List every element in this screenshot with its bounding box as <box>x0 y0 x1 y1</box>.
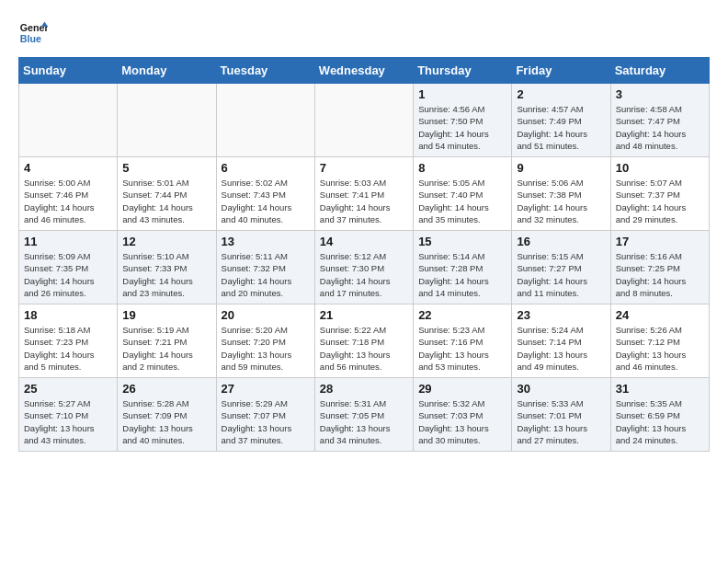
day-info: Sunrise: 4:57 AM Sunset: 7:49 PM Dayligh… <box>517 103 605 152</box>
day-number: 11 <box>24 235 112 248</box>
day-number: 31 <box>616 382 704 396</box>
calendar-cell: 10Sunrise: 5:07 AM Sunset: 7:37 PM Dayli… <box>610 157 709 231</box>
day-info: Sunrise: 5:12 AM Sunset: 7:30 PM Dayligh… <box>320 250 408 299</box>
day-info: Sunrise: 5:09 AM Sunset: 7:35 PM Dayligh… <box>24 250 112 299</box>
day-info: Sunrise: 5:27 AM Sunset: 7:10 PM Dayligh… <box>24 397 112 446</box>
calendar-cell: 23Sunrise: 5:24 AM Sunset: 7:14 PM Dayli… <box>512 304 610 378</box>
calendar-cell: 4Sunrise: 5:00 AM Sunset: 7:46 PM Daylig… <box>19 157 118 231</box>
calendar-cell: 14Sunrise: 5:12 AM Sunset: 7:30 PM Dayli… <box>314 231 413 304</box>
day-info: Sunrise: 4:58 AM Sunset: 7:47 PM Dayligh… <box>616 103 704 152</box>
day-number: 4 <box>24 161 112 175</box>
week-row-5: 25Sunrise: 5:27 AM Sunset: 7:10 PM Dayli… <box>19 378 710 452</box>
calendar-cell: 7Sunrise: 5:03 AM Sunset: 7:41 PM Daylig… <box>314 157 413 231</box>
calendar-cell: 8Sunrise: 5:05 AM Sunset: 7:40 PM Daylig… <box>414 157 512 231</box>
day-info: Sunrise: 5:33 AM Sunset: 7:01 PM Dayligh… <box>517 397 605 446</box>
day-info: Sunrise: 5:01 AM Sunset: 7:44 PM Dayligh… <box>122 177 210 225</box>
calendar-cell: 16Sunrise: 5:15 AM Sunset: 7:27 PM Dayli… <box>512 231 610 304</box>
day-number: 2 <box>517 87 605 101</box>
calendar-cell: 25Sunrise: 5:27 AM Sunset: 7:10 PM Dayli… <box>19 378 118 452</box>
day-number: 7 <box>320 161 408 175</box>
day-info: Sunrise: 5:22 AM Sunset: 7:18 PM Dayligh… <box>320 324 408 373</box>
calendar-cell: 24Sunrise: 5:26 AM Sunset: 7:12 PM Dayli… <box>610 304 709 378</box>
week-row-1: 1Sunrise: 4:56 AM Sunset: 7:50 PM Daylig… <box>19 84 710 157</box>
day-number: 25 <box>24 382 112 396</box>
calendar-cell: 17Sunrise: 5:16 AM Sunset: 7:25 PM Dayli… <box>610 231 709 304</box>
header-row: SundayMondayTuesdayWednesdayThursdayFrid… <box>19 58 710 84</box>
day-info: Sunrise: 5:31 AM Sunset: 7:05 PM Dayligh… <box>320 397 408 446</box>
weekday-header-friday: Friday <box>512 58 610 84</box>
day-info: Sunrise: 5:15 AM Sunset: 7:27 PM Dayligh… <box>517 250 605 299</box>
day-number: 23 <box>517 308 605 322</box>
calendar-cell: 18Sunrise: 5:18 AM Sunset: 7:23 PM Dayli… <box>19 304 118 378</box>
calendar-cell: 29Sunrise: 5:32 AM Sunset: 7:03 PM Dayli… <box>414 378 512 452</box>
calendar-cell: 22Sunrise: 5:23 AM Sunset: 7:16 PM Dayli… <box>414 304 512 378</box>
day-number: 27 <box>222 382 310 396</box>
weekday-header-tuesday: Tuesday <box>216 58 314 84</box>
day-info: Sunrise: 5:24 AM Sunset: 7:14 PM Dayligh… <box>517 324 605 373</box>
weekday-header-sunday: Sunday <box>19 58 118 84</box>
calendar-cell: 2Sunrise: 4:57 AM Sunset: 7:49 PM Daylig… <box>512 84 610 157</box>
svg-text:Blue: Blue <box>20 33 41 44</box>
day-info: Sunrise: 4:56 AM Sunset: 7:50 PM Dayligh… <box>418 103 506 152</box>
day-number: 22 <box>418 308 506 322</box>
day-info: Sunrise: 5:32 AM Sunset: 7:03 PM Dayligh… <box>418 397 506 446</box>
calendar-cell: 9Sunrise: 5:06 AM Sunset: 7:38 PM Daylig… <box>512 157 610 231</box>
day-number: 14 <box>320 235 408 248</box>
calendar-cell: 15Sunrise: 5:14 AM Sunset: 7:28 PM Dayli… <box>414 231 512 304</box>
calendar-cell: 5Sunrise: 5:01 AM Sunset: 7:44 PM Daylig… <box>118 157 216 231</box>
day-number: 9 <box>517 161 605 175</box>
day-number: 30 <box>517 382 605 396</box>
calendar-cell: 20Sunrise: 5:20 AM Sunset: 7:20 PM Dayli… <box>216 304 314 378</box>
calendar-cell: 31Sunrise: 5:35 AM Sunset: 6:59 PM Dayli… <box>610 378 709 452</box>
day-info: Sunrise: 5:18 AM Sunset: 7:23 PM Dayligh… <box>24 324 112 373</box>
day-number: 5 <box>122 161 210 175</box>
day-number: 13 <box>222 235 310 248</box>
day-number: 10 <box>616 161 704 175</box>
calendar-cell: 12Sunrise: 5:10 AM Sunset: 7:33 PM Dayli… <box>118 231 216 304</box>
day-number: 28 <box>320 382 408 396</box>
day-info: Sunrise: 5:10 AM Sunset: 7:33 PM Dayligh… <box>122 250 210 299</box>
calendar-table: SundayMondayTuesdayWednesdayThursdayFrid… <box>18 57 710 452</box>
weekday-header-thursday: Thursday <box>414 58 512 84</box>
calendar-cell <box>314 84 413 157</box>
day-info: Sunrise: 5:29 AM Sunset: 7:07 PM Dayligh… <box>222 397 310 446</box>
day-info: Sunrise: 5:20 AM Sunset: 7:20 PM Dayligh… <box>222 324 310 373</box>
weekday-header-saturday: Saturday <box>610 58 709 84</box>
day-info: Sunrise: 5:16 AM Sunset: 7:25 PM Dayligh… <box>616 250 704 299</box>
day-number: 18 <box>24 308 112 322</box>
calendar-cell: 21Sunrise: 5:22 AM Sunset: 7:18 PM Dayli… <box>314 304 413 378</box>
day-info: Sunrise: 5:07 AM Sunset: 7:37 PM Dayligh… <box>616 177 704 225</box>
day-info: Sunrise: 5:23 AM Sunset: 7:16 PM Dayligh… <box>418 324 506 373</box>
day-info: Sunrise: 5:35 AM Sunset: 6:59 PM Dayligh… <box>616 397 704 446</box>
day-number: 24 <box>616 308 704 322</box>
day-number: 15 <box>418 235 506 248</box>
day-number: 1 <box>418 87 506 101</box>
day-info: Sunrise: 5:19 AM Sunset: 7:21 PM Dayligh… <box>122 324 210 373</box>
day-info: Sunrise: 5:03 AM Sunset: 7:41 PM Dayligh… <box>320 177 408 225</box>
day-info: Sunrise: 5:11 AM Sunset: 7:32 PM Dayligh… <box>222 250 310 299</box>
page-header: General Blue <box>18 18 710 48</box>
calendar-cell <box>216 84 314 157</box>
calendar-cell: 3Sunrise: 4:58 AM Sunset: 7:47 PM Daylig… <box>610 84 709 157</box>
weekday-header-monday: Monday <box>118 58 216 84</box>
calendar-cell: 26Sunrise: 5:28 AM Sunset: 7:09 PM Dayli… <box>118 378 216 452</box>
logo-icon: General Blue <box>18 18 48 48</box>
calendar-cell <box>118 84 216 157</box>
day-number: 19 <box>122 308 210 322</box>
calendar-cell: 30Sunrise: 5:33 AM Sunset: 7:01 PM Dayli… <box>512 378 610 452</box>
day-number: 8 <box>418 161 506 175</box>
day-info: Sunrise: 5:05 AM Sunset: 7:40 PM Dayligh… <box>418 177 506 225</box>
calendar-cell: 13Sunrise: 5:11 AM Sunset: 7:32 PM Dayli… <box>216 231 314 304</box>
week-row-4: 18Sunrise: 5:18 AM Sunset: 7:23 PM Dayli… <box>19 304 710 378</box>
day-number: 12 <box>122 235 210 248</box>
calendar-cell: 19Sunrise: 5:19 AM Sunset: 7:21 PM Dayli… <box>118 304 216 378</box>
calendar-cell: 6Sunrise: 5:02 AM Sunset: 7:43 PM Daylig… <box>216 157 314 231</box>
logo: General Blue <box>18 18 51 48</box>
day-info: Sunrise: 5:06 AM Sunset: 7:38 PM Dayligh… <box>517 177 605 225</box>
calendar-cell <box>19 84 118 157</box>
weekday-header-wednesday: Wednesday <box>314 58 413 84</box>
day-info: Sunrise: 5:02 AM Sunset: 7:43 PM Dayligh… <box>222 177 310 225</box>
calendar-cell: 11Sunrise: 5:09 AM Sunset: 7:35 PM Dayli… <box>19 231 118 304</box>
calendar-cell: 28Sunrise: 5:31 AM Sunset: 7:05 PM Dayli… <box>314 378 413 452</box>
calendar-cell: 27Sunrise: 5:29 AM Sunset: 7:07 PM Dayli… <box>216 378 314 452</box>
